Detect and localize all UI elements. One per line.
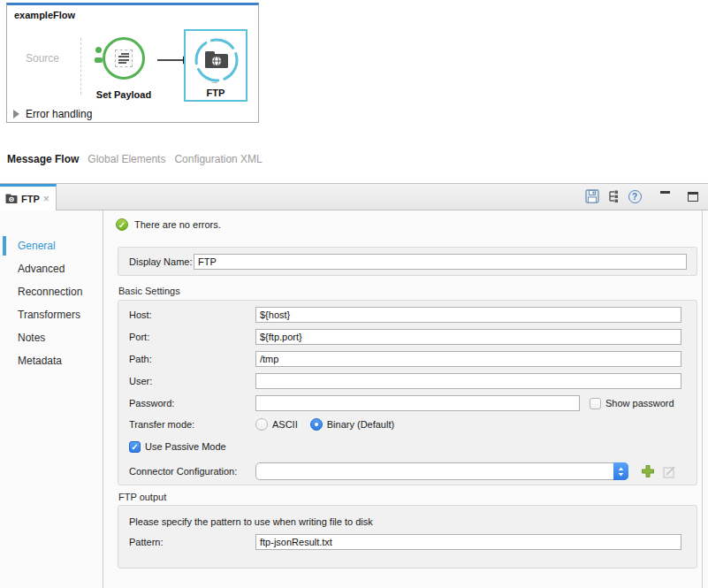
error-handling-label: Error handling xyxy=(26,108,92,120)
sidebar-item-reconnection[interactable]: Reconnection xyxy=(18,286,82,298)
ftp-node-label: FTP xyxy=(186,88,246,98)
ftp-node[interactable]: → FTP xyxy=(184,29,247,102)
path-input[interactable] xyxy=(255,351,681,367)
anypoint-studio-window: exampleFlow Source Set Payload xyxy=(0,0,708,588)
display-name-label: Display Name: xyxy=(129,256,194,267)
sidebar-item-advanced[interactable]: Advanced xyxy=(18,263,65,275)
display-name-input[interactable] xyxy=(194,254,687,270)
ascii-radio[interactable] xyxy=(255,418,268,431)
outline-tree-icon[interactable] xyxy=(605,188,621,204)
dropdown-stepper-icon[interactable] xyxy=(613,462,628,480)
binary-radio[interactable] xyxy=(310,418,323,431)
source-divider xyxy=(80,38,81,95)
collapse-triangle-icon[interactable] xyxy=(13,110,19,118)
editor-tab-bar: Message Flow Global Elements Configurati… xyxy=(7,153,263,165)
ftp-output-title: FTP output xyxy=(118,492,166,502)
minimize-icon[interactable] xyxy=(657,188,673,204)
set-payload-node[interactable] xyxy=(103,37,145,80)
flow-title: exampleFlow xyxy=(14,10,75,20)
properties-sidebar: General Advanced Reconnection Transforme… xyxy=(0,210,103,588)
tab-ftp-properties[interactable]: FTP × xyxy=(0,184,57,210)
save-icon[interactable] xyxy=(584,188,600,204)
source-placeholder-label: Source xyxy=(26,52,59,65)
tab-configuration-xml[interactable]: Configuration XML xyxy=(174,153,262,165)
show-password-label: Show password xyxy=(605,398,674,409)
pattern-input[interactable] xyxy=(255,534,681,550)
use-passive-mode-row: ✓ Use Passive Mode xyxy=(129,440,686,453)
password-label: Password: xyxy=(129,398,255,409)
user-row: User: xyxy=(129,373,686,389)
status-message: There are no errors. xyxy=(134,219,221,230)
path-label: Path: xyxy=(129,354,255,364)
sidebar-item-metadata[interactable]: Metadata xyxy=(18,355,62,367)
transfer-mode-label: Transfer mode: xyxy=(129,419,255,430)
transfer-mode-row: Transfer mode: ASCII Binary (Default) xyxy=(129,417,686,431)
use-passive-mode-checkbox[interactable]: ✓ xyxy=(129,441,141,453)
set-payload-icon xyxy=(115,50,133,67)
connector-configuration-label: Connector Configuration: xyxy=(129,466,255,477)
port-label: Port: xyxy=(129,332,255,342)
validation-status: ✓ There are no errors. xyxy=(116,218,221,231)
connector-configuration-row: Connector Configuration: xyxy=(129,462,686,480)
host-label: Host: xyxy=(129,309,255,320)
selected-item-marker xyxy=(3,236,6,256)
tab-message-flow[interactable]: Message Flow xyxy=(7,153,79,165)
properties-toolbar: ? xyxy=(584,188,701,204)
close-tab-icon[interactable]: × xyxy=(43,195,49,203)
use-passive-mode-label: Use Passive Mode xyxy=(145,441,226,452)
flow-container[interactable]: exampleFlow Source Set Payload xyxy=(6,3,259,123)
ftp-output-arrow-icon: → xyxy=(209,75,219,86)
properties-tab-bar: FTP × xyxy=(0,184,708,210)
user-input[interactable] xyxy=(255,373,681,389)
basic-settings-group: Host: Port: Path: User: xyxy=(118,300,697,485)
pattern-row: Pattern: xyxy=(129,534,686,550)
maximize-icon[interactable] xyxy=(685,188,701,204)
password-row: Password: Show password xyxy=(129,395,686,411)
ftp-output-group: Please specify the pattern to use when w… xyxy=(118,505,697,569)
pattern-label: Pattern: xyxy=(129,537,255,547)
pattern-hint-text: Please specify the pattern to use when w… xyxy=(129,516,697,527)
ftp-folder-globe-icon xyxy=(203,48,230,71)
host-row: Host: xyxy=(129,307,686,323)
properties-body: General Advanced Reconnection Transforme… xyxy=(0,210,708,588)
show-password-checkbox[interactable] xyxy=(590,398,601,409)
port-row: Port: xyxy=(129,329,686,345)
display-name-group: Display Name: xyxy=(118,247,697,276)
tab-global-elements[interactable]: Global Elements xyxy=(88,153,165,165)
properties-view: FTP × xyxy=(0,183,708,588)
inbound-endpoint-dot xyxy=(95,47,102,53)
binary-radio-label: Binary (Default) xyxy=(327,419,394,430)
path-row: Path: xyxy=(129,351,686,367)
port-input[interactable] xyxy=(255,329,681,345)
host-input[interactable] xyxy=(255,307,681,323)
sidebar-item-transformers[interactable]: Transformers xyxy=(18,309,80,321)
error-handling-section[interactable]: Error handling xyxy=(13,108,92,120)
ftp-tab-label: FTP xyxy=(21,194,40,204)
set-payload-label: Set Payload xyxy=(88,89,159,100)
help-icon[interactable]: ? xyxy=(627,188,643,204)
user-label: User: xyxy=(129,376,255,386)
ascii-radio-label: ASCII xyxy=(272,419,298,430)
password-input[interactable] xyxy=(255,395,580,411)
ftp-tab-icon xyxy=(5,193,18,204)
sidebar-item-general[interactable]: General xyxy=(18,240,56,252)
basic-settings-title: Basic Settings xyxy=(118,286,180,296)
add-connector-config-button[interactable] xyxy=(641,464,655,478)
sidebar-item-notes[interactable]: Notes xyxy=(18,332,45,344)
general-settings-pane: ✓ There are no errors. Display Name: Bas… xyxy=(103,210,703,588)
edit-connector-config-button[interactable] xyxy=(663,465,676,478)
connector-configuration-select[interactable] xyxy=(255,462,628,480)
inbound-endpoint-dash xyxy=(95,57,103,63)
no-errors-check-icon: ✓ xyxy=(116,218,128,231)
